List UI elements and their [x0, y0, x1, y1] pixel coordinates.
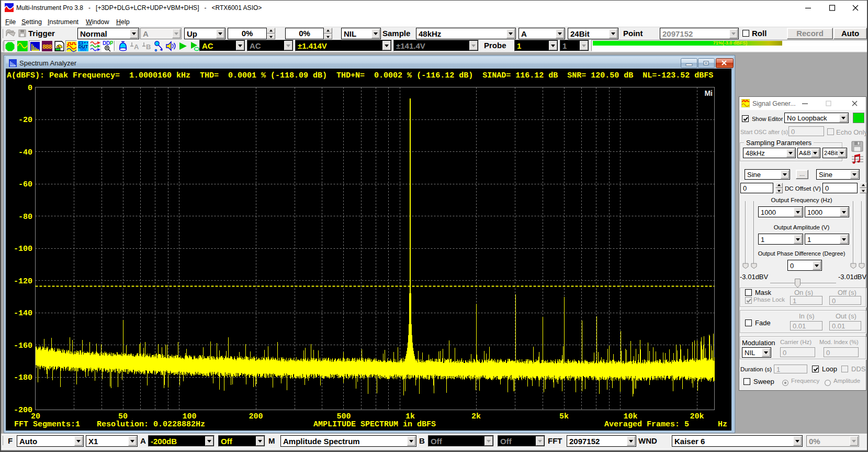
svg-text:P: P [110, 40, 113, 46]
svg-text:Resolution: 0.0228882Hz: Resolution: 0.0228882Hz [97, 420, 205, 429]
svg-text:Hz: Hz [718, 420, 727, 429]
svg-text:888: 888 [42, 43, 52, 50]
svg-text:-80: -80 [18, 213, 32, 222]
svg-text:-120: -120 [14, 277, 32, 286]
svg-text:FFT Segments:1: FFT Segments:1 [14, 420, 80, 429]
svg-text:0: 0 [28, 84, 32, 93]
svg-text:Averaged Frames: 5: Averaged Frames: 5 [604, 420, 689, 429]
svg-text:A: A [134, 43, 139, 51]
svg-text:A(dBFS): Peak Frequency= 1.00: A(dBFS): Peak Frequency= 1.0000160 kHz T… [7, 71, 713, 80]
svg-text:-180: -180 [14, 373, 32, 382]
svg-text:-200: -200 [14, 406, 32, 415]
svg-text:000: 000 [80, 48, 86, 51]
svg-text:200: 200 [249, 412, 263, 421]
svg-text:B: B [146, 43, 151, 51]
svg-text:-40: -40 [18, 148, 32, 157]
svg-text:5k: 5k [559, 412, 569, 421]
svg-text:Mi: Mi [704, 89, 713, 97]
svg-text:20k: 20k [690, 412, 704, 421]
svg-text:AMPLITUDE SPECTRUM in dBFS: AMPLITUDE SPECTRUM in dBFS [313, 420, 436, 429]
svg-text:-60: -60 [18, 180, 32, 189]
svg-text:-100: -100 [14, 245, 32, 253]
svg-text:-140: -140 [14, 309, 32, 318]
svg-text:-20: -20 [18, 116, 32, 125]
svg-text:2k: 2k [471, 412, 481, 421]
svg-text:-160: -160 [14, 341, 32, 350]
